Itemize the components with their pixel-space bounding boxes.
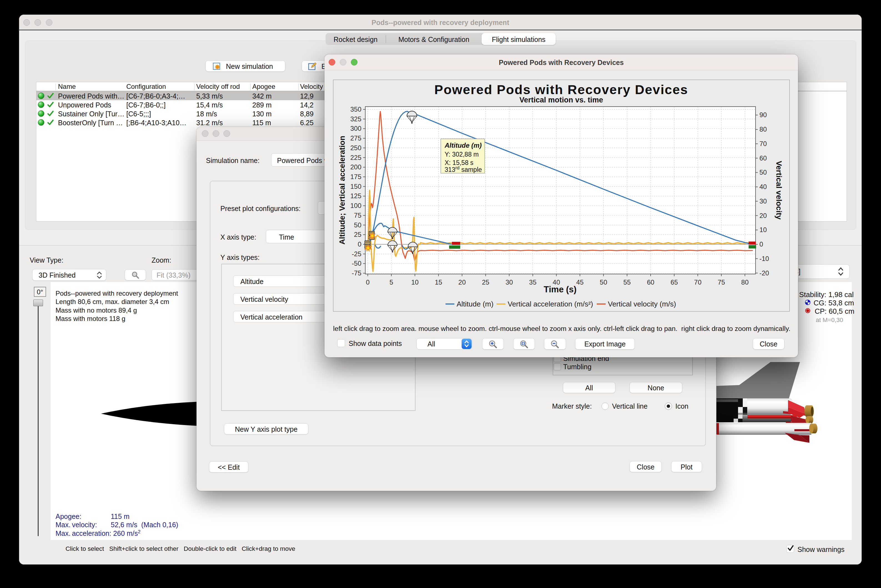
- svg-text:Powered Pods with Recovery Dev: Powered Pods with Recovery Devices: [435, 82, 688, 97]
- svg-text:70: 70: [760, 140, 767, 147]
- svg-text:5: 5: [390, 279, 393, 286]
- svg-text:Vertical acceleration (m/s²): Vertical acceleration (m/s²): [508, 300, 593, 308]
- svg-text:25: 25: [354, 231, 361, 238]
- svg-text:80: 80: [741, 279, 749, 286]
- svg-text:-50: -50: [352, 260, 361, 267]
- svg-text:60: 60: [647, 279, 655, 286]
- svg-text:15: 15: [435, 279, 442, 286]
- svg-text:50: 50: [600, 279, 607, 286]
- svg-text:80: 80: [760, 126, 767, 133]
- svg-text:100: 100: [350, 202, 361, 209]
- svg-text:Altitude; Vertical acceleratio: Altitude; Vertical acceleration: [338, 136, 346, 244]
- svg-text:65: 65: [671, 279, 678, 286]
- svg-text:55: 55: [623, 279, 631, 286]
- svg-text:Vertical motion vs. time: Vertical motion vs. time: [519, 96, 603, 104]
- svg-text:125: 125: [350, 192, 361, 200]
- svg-text:0: 0: [358, 240, 361, 248]
- svg-text:-75: -75: [352, 269, 361, 277]
- svg-text:20: 20: [458, 279, 466, 286]
- svg-text:Vertical velocity: Vertical velocity: [775, 161, 783, 220]
- svg-text:70: 70: [694, 279, 702, 286]
- svg-text:-10: -10: [760, 255, 769, 262]
- svg-text:40: 40: [760, 183, 767, 190]
- svg-text:20: 20: [760, 212, 767, 219]
- svg-text:313rd sample: 313rd sample: [445, 165, 482, 173]
- svg-text:50: 50: [760, 168, 767, 176]
- svg-text:325: 325: [350, 115, 361, 123]
- svg-text:25: 25: [482, 279, 489, 286]
- svg-text:350: 350: [350, 105, 361, 113]
- svg-text:0: 0: [366, 279, 369, 286]
- svg-text:225: 225: [350, 154, 361, 161]
- svg-text:Y: 302,88 m: Y: 302,88 m: [445, 151, 479, 158]
- svg-text:30: 30: [760, 197, 767, 205]
- svg-text:30: 30: [505, 279, 513, 286]
- svg-text:50: 50: [354, 221, 361, 229]
- svg-text:175: 175: [350, 173, 361, 180]
- svg-text:-20: -20: [760, 269, 769, 277]
- svg-text:75: 75: [354, 212, 361, 219]
- svg-text:60: 60: [760, 154, 767, 162]
- svg-text:200: 200: [350, 163, 361, 171]
- svg-text:Altitude (m): Altitude (m): [444, 142, 482, 149]
- svg-text:75: 75: [718, 279, 725, 286]
- svg-text:10: 10: [411, 279, 419, 286]
- svg-text:Time (s): Time (s): [544, 285, 577, 294]
- svg-text:Vertical velocity (m/s): Vertical velocity (m/s): [608, 300, 676, 308]
- svg-text:10: 10: [760, 226, 767, 234]
- svg-text:250: 250: [350, 144, 361, 152]
- svg-text:Altitude (m): Altitude (m): [457, 300, 493, 308]
- svg-text:300: 300: [350, 124, 361, 132]
- svg-text:-25: -25: [352, 250, 361, 258]
- svg-text:45: 45: [576, 279, 584, 286]
- svg-text:35: 35: [529, 279, 536, 286]
- svg-text:275: 275: [350, 134, 361, 142]
- svg-text:0: 0: [760, 240, 763, 248]
- svg-text:150: 150: [350, 183, 361, 190]
- svg-text:90: 90: [760, 111, 767, 118]
